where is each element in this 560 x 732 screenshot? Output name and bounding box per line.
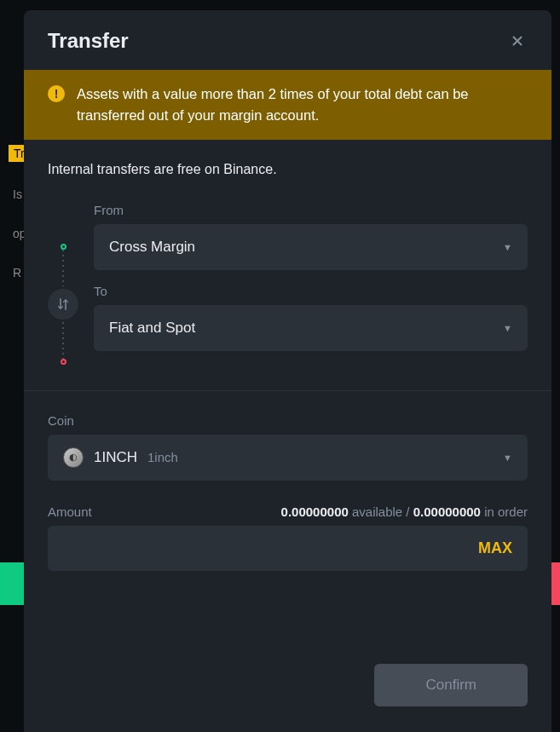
modal-footer: Confirm <box>24 647 551 732</box>
warning-banner: ! Assets with a value more than 2 times … <box>24 70 551 140</box>
transfer-modal: Transfer ! Assets with a value more than… <box>24 10 551 732</box>
transfer-section: From Cross Margin ▼ To Fiat and Spot ▼ <box>48 203 528 365</box>
available-value: 0.00000000 <box>281 504 349 519</box>
coin-info: ◐ 1INCH 1inch <box>63 447 178 468</box>
confirm-button[interactable]: Confirm <box>374 664 528 706</box>
coin-label: Coin <box>48 413 528 428</box>
coin-symbol: 1INCH <box>94 449 137 466</box>
backdrop-buy-bar <box>0 562 24 605</box>
connector-line <box>62 250 64 286</box>
amount-field-group: Amount 0.00000000 available / 0.00000000… <box>48 504 528 571</box>
from-value: Cross Margin <box>109 239 195 256</box>
to-field-group: To Fiat and Spot ▼ <box>94 284 528 351</box>
amount-label: Amount <box>48 504 92 519</box>
to-select[interactable]: Fiat and Spot ▼ <box>94 305 528 351</box>
coin-name: 1inch <box>147 450 178 464</box>
swap-icon <box>55 297 71 312</box>
from-dot <box>61 244 66 250</box>
chevron-down-icon: ▼ <box>503 242 512 252</box>
chevron-down-icon: ▼ <box>503 452 512 463</box>
info-text: Internal transfers are free on Binance. <box>48 162 528 177</box>
close-button[interactable] <box>507 31 528 51</box>
swap-button[interactable] <box>48 289 78 320</box>
to-value: Fiat and Spot <box>109 320 195 337</box>
from-field-group: From Cross Margin ▼ <box>94 203 528 270</box>
amount-input[interactable]: MAX <box>48 526 528 571</box>
modal-title: Transfer <box>48 29 129 53</box>
from-label: From <box>94 203 528 217</box>
in-order-value: 0.00000000 <box>413 504 481 519</box>
divider <box>24 390 551 391</box>
modal-header: Transfer <box>24 10 551 70</box>
coin-icon: ◐ <box>63 447 84 468</box>
close-icon <box>509 32 526 49</box>
modal-body: Internal transfers are free on Binance. … <box>24 140 551 648</box>
max-button[interactable]: MAX <box>478 539 512 557</box>
transfer-indicator <box>48 203 78 365</box>
warning-text: Assets with a value more than 2 times of… <box>77 84 528 126</box>
amount-header: Amount 0.00000000 available / 0.00000000… <box>48 504 528 519</box>
from-select[interactable]: Cross Margin ▼ <box>94 224 528 270</box>
connector-line <box>62 322 64 359</box>
to-dot <box>61 359 66 365</box>
available-label: available / <box>349 504 413 519</box>
in-order-label: in order <box>481 504 528 519</box>
warning-icon: ! <box>48 85 65 102</box>
to-label: To <box>94 284 528 298</box>
chevron-down-icon: ▼ <box>503 323 512 333</box>
transfer-fields: From Cross Margin ▼ To Fiat and Spot ▼ <box>94 203 528 365</box>
amount-info: 0.00000000 available / 0.00000000 in ord… <box>281 504 528 519</box>
coin-select[interactable]: ◐ 1INCH 1inch ▼ <box>48 435 528 481</box>
coin-field-group: Coin ◐ 1INCH 1inch ▼ <box>48 413 528 481</box>
